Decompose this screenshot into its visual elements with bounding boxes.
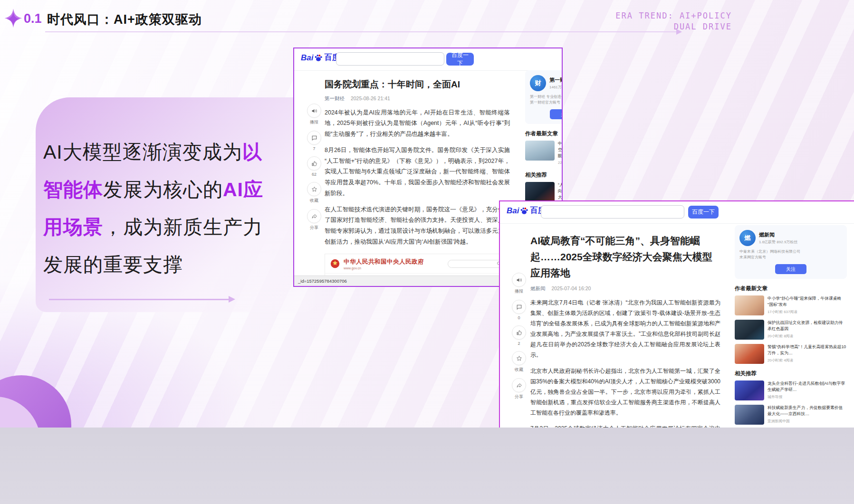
article-thumbnail — [735, 344, 764, 364]
section-number: 0.1 — [24, 11, 42, 26]
article-thumbnail — [525, 141, 555, 161]
canvas-bottom-band — [0, 428, 854, 504]
article-1-p2: 8月26日，智能体也开始写入国务院文件。国务院印发《关于深入实施“人工智能+”行… — [325, 145, 510, 199]
latest-articles-header-1: 作者最新文章 — [525, 130, 563, 137]
intro-text: AI大模型逐渐演变成为以 智能体发展为核心的AI应 用场景，成为新质生产力 发展… — [43, 133, 309, 284]
share-action[interactable]: 分享 — [306, 209, 323, 231]
like-action[interactable]: 2 — [510, 325, 528, 346]
account-desc-1: 第一财经 专业创造价值 第一财经官方账号 — [530, 94, 563, 105]
browser-screenshot-digital-economy: Bai 百度 百度一下 播报 0 2 — [499, 200, 854, 428]
slide-background: 0.1 时代风口：AI+政策双驱动 ERA TREND: AI+POLICY D… — [0, 0, 854, 428]
baidu-paw-icon — [519, 206, 529, 216]
sidebar-2: 燃 燃新闻 1.6亿获赞 892.9万粉丝 中青未来（北京）网络科技有限公司 未… — [735, 225, 847, 428]
article-1-p3: 在人工智能技术迭代演进的关键时期，国务院这一《意见》，充分体现了国家对打造智能经… — [325, 204, 510, 247]
gov-site-title[interactable]: 中华人民共和国中央人民政府 — [344, 258, 424, 266]
gov-header: 中华人民共和国中央人民政府 www.gov.cn — [325, 254, 509, 273]
article-thumbnail — [525, 182, 555, 202]
related-item[interactable]: 龙头企业科普行-走进凡拓数创|AI与数字孪生赋能产学研… 城市导报 — [735, 380, 847, 400]
account-card-2: 燃 燃新闻 1.6亿获赞 892.9万粉丝 中青未来（北京）网络科技有限公司 未… — [735, 225, 847, 279]
speaker-icon — [516, 277, 522, 283]
article-thumbnail — [735, 320, 764, 340]
baidu-search-button-1[interactable]: 百度一下 — [446, 53, 474, 66]
star-icon — [516, 355, 522, 361]
latest-articles-header-2: 作者最新文章 — [735, 285, 847, 292]
action-rail-2: 播报 0 2 收藏 分享 — [510, 273, 528, 405]
share-action[interactable]: 分享 — [510, 378, 528, 400]
article-2-p2: 北京市人民政府副秘书长许心超指出，北京作为人工智能第一城，汇聚了全国35%的备案… — [530, 366, 720, 418]
article-1-p1: 2024年被认为是AI应用落地的元年，AI开始在日常生活、智能终端落地，2025… — [325, 107, 510, 140]
era-trend-line2: DUAL DRIVE — [615, 21, 732, 32]
article-1-source[interactable]: 第一财经 — [325, 95, 345, 101]
baidu-search-button-2[interactable]: 百度一下 — [688, 206, 719, 219]
sparkle-icon — [4, 9, 23, 29]
baidu-logo-1: Bai 百度 — [301, 53, 339, 63]
search-input-1[interactable] — [336, 52, 444, 66]
comment-action[interactable]: 7 — [306, 131, 323, 151]
article-2-date: 2025-07-04 16:20 — [551, 285, 591, 291]
article-thumbnail — [735, 380, 764, 400]
related-header-2: 相关推荐 — [735, 370, 847, 377]
page-title: 时代风口：AI+政策双驱动 — [47, 11, 202, 28]
avatar-yicai[interactable]: 财 — [530, 75, 546, 91]
star-icon — [311, 186, 317, 192]
account-stats-1: 1461万获赞 215万粉丝 — [549, 85, 563, 90]
baidu-header-bar-2: Bai 百度 百度一下 — [500, 201, 854, 224]
follow-button-2[interactable]: 关注 — [775, 264, 806, 274]
baidu-logo-2: Bai 百度 — [507, 206, 545, 216]
comment-icon — [311, 135, 317, 141]
article-1-date: 2025-08-26 21:41 — [351, 95, 390, 101]
share-icon — [311, 213, 317, 219]
article-2-source[interactable]: 燃新闻 — [530, 285, 546, 291]
baidu-logo-text: Bai — [507, 206, 519, 216]
share-icon — [516, 382, 522, 389]
related-item[interactable]: 科技赋能新质生产力，共促数据要素价值最大化——京西科技… 亚洲新闻中国 — [735, 405, 847, 425]
article-1: 国务院划重点：十年时间，全面AI 第一财经 2025-08-26 21:41 2… — [325, 70, 510, 276]
thumbs-up-icon — [516, 330, 522, 336]
intro-card: AI大模型逐渐演变成为以 智能体发展为核心的AI应 用场景，成为新质生产力 发展… — [36, 97, 315, 312]
article-1-title: 国务院划重点：十年时间，全面AI — [325, 78, 510, 91]
latest-item[interactable]: 警惕“伪科学增高”！儿童长高喷雾热卖超10万件，实为… 20小时前 4阅读 — [735, 344, 847, 364]
baidu-paw-icon — [314, 53, 323, 63]
latest-item[interactable]: 保护抗战旧址文化资源，检察建议助力传承红色基因 20小时前 8阅读 — [735, 320, 847, 340]
latest-item[interactable]: 中小学“舒心午睡”迎来保障，午休课桌椅“国标”发布 17小时前 637阅读 — [735, 295, 847, 315]
broadcast-action[interactable]: 播报 — [510, 273, 528, 295]
intro-line-1: AI大模型逐渐演变成为以 — [43, 133, 309, 171]
related-header-1: 相关推荐 — [525, 171, 563, 179]
baidu-logo-text: Bai — [301, 53, 313, 63]
article-thumbnail — [735, 405, 764, 425]
intro-arrow — [49, 296, 235, 303]
gov-site-embed: 中华人民共和国中央人民政府 www.gov.cn 首页 > 信息公开 > 国务院… — [325, 254, 510, 276]
account-desc-2: 中青未来（北京）网络科技有限公司 未来网官方账号 — [739, 249, 842, 260]
speaker-icon — [311, 108, 317, 114]
favorite-action[interactable]: 收藏 — [306, 182, 323, 204]
gov-search-box[interactable] — [448, 260, 505, 268]
era-trend-caption: ERA TREND: AI+POLICY DUAL DRIVE — [615, 10, 732, 32]
article-2-byline: 燃新闻 2025-07-04 16:20 — [530, 285, 720, 292]
intro-line-4: 发展的重要支撑 — [43, 246, 309, 284]
article-1-byline: 第一财经 2025-08-26 21:41 — [325, 95, 510, 102]
article-2-p3: 7月3日，2025全球数字经济大会人工智能融合应用发展论坛在国家会议中心举办。论… — [530, 423, 720, 428]
baidu-header-bar-1: Bai 百度 百度一下 — [294, 48, 562, 71]
account-stats-2: 1.6亿获赞 892.9万粉丝 — [759, 239, 797, 245]
search-input-2[interactable] — [541, 205, 684, 219]
header-underline-arrow — [45, 31, 677, 32]
article-thumbnail — [735, 295, 764, 315]
article-2-p1: 未来网北京7月4日电（记者 张冰清）“北京作为我国人工智能创新资源最为集聚、创新… — [530, 297, 720, 360]
thumbs-up-icon — [311, 161, 317, 167]
status-url-fragment: _id=1572595784300706 — [298, 278, 347, 284]
national-emblem-icon — [330, 258, 340, 269]
like-action[interactable]: 62 — [306, 156, 323, 177]
broadcast-action[interactable]: 播报 — [306, 104, 323, 125]
era-trend-line1: ERA TREND: AI+POLICY — [615, 10, 732, 21]
avatar-ranxinwen[interactable]: 燃 — [739, 230, 756, 246]
account-card-1: 财 第一财经 1461万获赞 215万粉丝 第一财经 专业创造价值 第一财经官方… — [525, 70, 563, 124]
account-name-1[interactable]: 第一财经 — [549, 76, 563, 84]
account-name-2[interactable]: 燃新闻 — [759, 231, 797, 238]
latest-item[interactable]: 中航工业29型125架军机空中受阅，这些机型真亮眼 22分钟前 10阅读 — [525, 141, 563, 165]
follow-button-1[interactable]: 关注 — [550, 109, 563, 119]
intro-line-2: 智能体发展为核心的AI应 — [43, 171, 309, 209]
action-rail-1: 播报 7 62 收藏 分享 — [306, 104, 323, 236]
favorite-action[interactable]: 收藏 — [510, 351, 528, 373]
comment-action[interactable]: 0 — [510, 300, 528, 320]
article-2: AI破局教育“不可能三角”、具身智能崛起……2025全球数字经济大会聚焦大模型应… — [530, 222, 720, 428]
